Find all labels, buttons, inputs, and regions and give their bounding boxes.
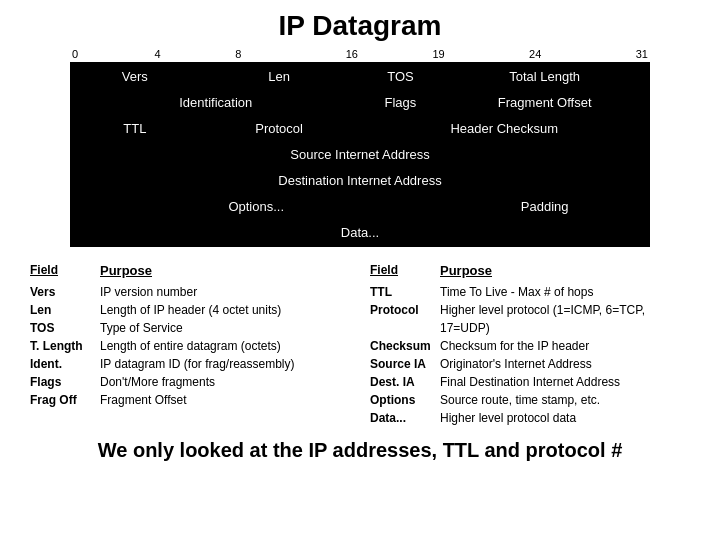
field-purpose-checksum: Checksum for the IP header	[440, 337, 589, 355]
ruler-31: 31	[636, 48, 648, 60]
field-purpose-len: Length of IP header (4 octet units)	[100, 301, 281, 319]
field-row-destia: Dest. IA Final Destination Internet Addr…	[370, 373, 690, 391]
datagram-table: Vers Len TOS Total Length Identification…	[70, 62, 650, 247]
field-name-sourceia: Source IA	[370, 355, 440, 373]
field-name-destia: Dest. IA	[370, 373, 440, 391]
field-purpose-ident: IP datagram ID (for frag/reassembly)	[100, 355, 295, 373]
field-purpose-data: Higher level protocol data	[440, 409, 576, 427]
field-name-flags: Flags	[30, 373, 100, 391]
field-row-sourceia: Source IA Originator's Internet Address	[370, 355, 690, 373]
field-name-ident: Ident.	[30, 355, 100, 373]
cell-options: Options...	[71, 194, 441, 220]
field-purpose-tos: Type of Service	[100, 319, 183, 337]
table-row: TTL Protocol Header Checksum	[71, 116, 649, 142]
cell-len: Len	[198, 63, 360, 90]
field-row-ident: Ident. IP datagram ID (for frag/reassemb…	[30, 355, 350, 373]
field-row-vers: Vers IP version number	[30, 283, 350, 301]
cell-source-address: Source Internet Address	[71, 142, 649, 168]
cell-tos: TOS	[360, 63, 441, 90]
field-name-options: Options	[370, 391, 440, 409]
field-header-row: Field Purpose	[30, 261, 350, 283]
cell-dest-address: Destination Internet Address	[71, 168, 649, 194]
field-row-data: Data... Higher level protocol data	[370, 409, 690, 427]
field-name-len: Len	[30, 301, 100, 319]
field-purpose-destia: Final Destination Internet Address	[440, 373, 620, 391]
cell-identification: Identification	[71, 90, 360, 116]
field-name-ttl: TTL	[370, 283, 440, 301]
field-purpose-vers: IP version number	[100, 283, 197, 301]
field-name-protocol: Protocol	[370, 301, 440, 337]
cell-header-checksum: Header Checksum	[360, 116, 649, 142]
table-row: Source Internet Address	[71, 142, 649, 168]
field-name-tlength: T. Length	[30, 337, 100, 355]
table-row: Identification Flags Fragment Offset	[71, 90, 649, 116]
ruler-16: 16	[346, 48, 358, 60]
field-purpose-options: Source route, time stamp, etc.	[440, 391, 600, 409]
ruler-0: 0	[72, 48, 78, 60]
field-name-data: Data...	[370, 409, 440, 427]
cell-data: Data...	[71, 220, 649, 247]
field-header-purpose-right: Purpose	[440, 261, 492, 281]
field-row-fragoff: Frag Off Fragment Offset	[30, 391, 350, 409]
fields-section: Field Purpose Vers IP version number Len…	[20, 261, 700, 427]
field-row-tos: TOS Type of Service	[30, 319, 350, 337]
field-purpose-flags: Don't/More fragments	[100, 373, 215, 391]
field-row-len: Len Length of IP header (4 octet units)	[30, 301, 350, 319]
ruler-8: 8	[235, 48, 241, 60]
fields-right: Field Purpose TTL Time To Live - Max # o…	[370, 261, 690, 427]
field-name-tos: TOS	[30, 319, 100, 337]
field-row-flags: Flags Don't/More fragments	[30, 373, 350, 391]
fields-left: Field Purpose Vers IP version number Len…	[30, 261, 350, 427]
field-row-protocol: Protocol Higher level protocol (1=ICMP, …	[370, 301, 690, 337]
field-purpose-sourceia: Originator's Internet Address	[440, 355, 592, 373]
cell-vers: Vers	[71, 63, 198, 90]
field-header-name: Field	[30, 261, 100, 281]
footer-text: We only looked at the IP addresses, TTL …	[98, 439, 623, 462]
cell-protocol: Protocol	[198, 116, 360, 142]
field-header-purpose: Purpose	[100, 261, 152, 281]
field-row-ttl: TTL Time To Live - Max # of hops	[370, 283, 690, 301]
field-purpose-fragoff: Fragment Offset	[100, 391, 186, 409]
field-name-vers: Vers	[30, 283, 100, 301]
ruler: 0 4 8 16 19 24 31	[70, 48, 650, 60]
field-purpose-ttl: Time To Live - Max # of hops	[440, 283, 593, 301]
diagram-container: 0 4 8 16 19 24 31 Vers Len TOS Total Len…	[70, 48, 650, 247]
table-row: Destination Internet Address	[71, 168, 649, 194]
cell-ttl: TTL	[71, 116, 198, 142]
cell-total-length: Total Length	[441, 63, 649, 90]
field-header-name-right: Field	[370, 261, 440, 281]
cell-fragment-offset: Fragment Offset	[441, 90, 649, 116]
field-purpose-protocol: Higher level protocol (1=ICMP, 6=TCP, 17…	[440, 301, 690, 337]
ruler-19: 19	[432, 48, 444, 60]
table-row: Vers Len TOS Total Length	[71, 63, 649, 90]
table-row: Data...	[71, 220, 649, 247]
field-purpose-tlength: Length of entire datagram (octets)	[100, 337, 281, 355]
table-row: Options... Padding	[71, 194, 649, 220]
field-row-tlength: T. Length Length of entire datagram (oct…	[30, 337, 350, 355]
ruler-24: 24	[529, 48, 541, 60]
cell-flags: Flags	[360, 90, 441, 116]
field-row-checksum: Checksum Checksum for the IP header	[370, 337, 690, 355]
field-header-row-right: Field Purpose	[370, 261, 690, 283]
field-name-fragoff: Frag Off	[30, 391, 100, 409]
field-row-options: Options Source route, time stamp, etc.	[370, 391, 690, 409]
page-title: IP Datagram	[279, 10, 442, 42]
cell-padding: Padding	[441, 194, 649, 220]
ruler-4: 4	[155, 48, 161, 60]
field-name-checksum: Checksum	[370, 337, 440, 355]
